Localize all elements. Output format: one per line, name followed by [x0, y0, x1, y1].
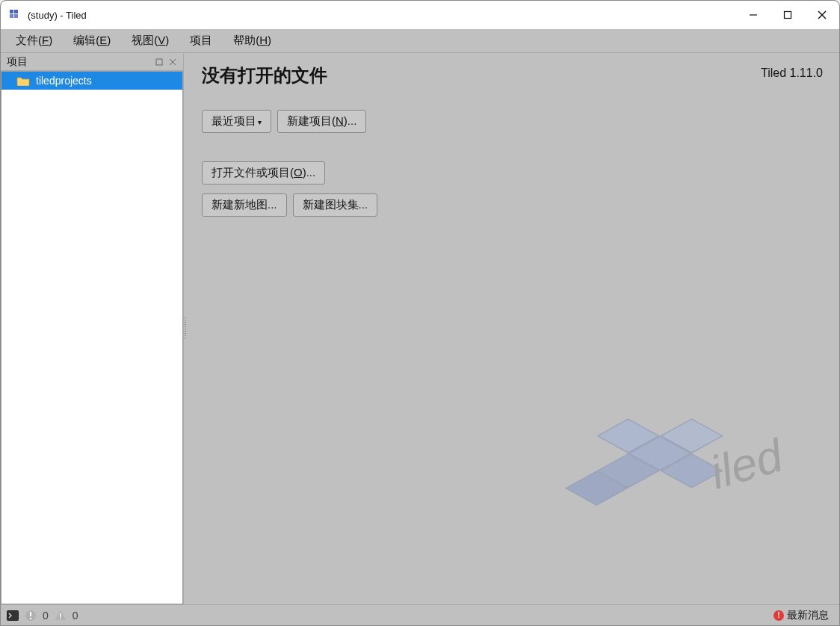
dropdown-arrow-icon: ▾: [258, 118, 262, 126]
page-title: 没有打开的文件: [202, 63, 824, 87]
svg-rect-11: [598, 419, 659, 453]
svg-rect-5: [785, 12, 791, 19]
svg-text:iled: iled: [705, 429, 790, 499]
new-project-button[interactable]: 新建项目(N)...: [277, 110, 366, 133]
open-file-or-project-button[interactable]: 打开文件或项目(O)...: [202, 161, 325, 185]
svg-rect-18: [7, 610, 19, 620]
maximize-button[interactable]: [770, 1, 805, 29]
svg-rect-23: [60, 618, 61, 619]
svg-rect-12: [629, 436, 691, 470]
menu-file[interactable]: 文件(F): [5, 31, 63, 51]
recent-projects-button[interactable]: 最近项目▾: [202, 110, 271, 133]
panel-close-icon[interactable]: [167, 56, 179, 68]
new-map-button[interactable]: 新建新地图...: [202, 193, 287, 217]
window-title: (study) - Tiled: [28, 10, 87, 21]
tree-item-label: tiledprojects: [36, 75, 92, 87]
svg-rect-21: [30, 618, 31, 619]
svg-rect-1: [14, 10, 18, 13]
welcome-page: 没有打开的文件 Tiled 1.11.0 最近项目▾ 新建项目(N)... 打开…: [187, 53, 839, 604]
menu-project[interactable]: 项目: [179, 31, 223, 51]
svg-rect-16: [566, 471, 627, 505]
minimize-button[interactable]: [736, 1, 770, 29]
version-label: Tiled 1.11.0: [761, 66, 823, 80]
menubar: 文件(F) 编辑(E) 视图(V) 项目 帮助(H): [1, 29, 839, 53]
menu-edit[interactable]: 编辑(E): [63, 31, 121, 51]
titlebar: (study) - Tiled: [1, 1, 839, 29]
project-panel: 项目 tiledprojects: [1, 53, 184, 604]
svg-rect-3: [10, 14, 13, 18]
statusbar: 0 0 ! 最新消息: [1, 604, 839, 625]
project-panel-header: 项目: [1, 53, 183, 71]
menu-help[interactable]: 帮助(H): [223, 31, 282, 51]
new-tileset-button[interactable]: 新建图块集...: [293, 193, 378, 217]
svg-rect-8: [156, 59, 162, 65]
close-button[interactable]: [805, 1, 839, 29]
svg-rect-15: [598, 454, 659, 488]
error-count: 0: [43, 610, 49, 622]
panel-float-icon[interactable]: [153, 56, 165, 68]
svg-rect-14: [661, 419, 722, 453]
menu-view[interactable]: 视图(V): [121, 31, 179, 51]
svg-rect-13: [661, 454, 722, 488]
tree-item-tiledprojects[interactable]: tiledprojects: [1, 72, 182, 90]
svg-rect-2: [14, 14, 18, 18]
project-panel-title: 项目: [7, 55, 152, 69]
news-label: 最新消息: [787, 609, 829, 622]
warning-icon[interactable]: [55, 610, 67, 622]
warning-count: 0: [72, 610, 78, 622]
tiled-app-icon: [8, 8, 22, 22]
svg-rect-0: [10, 10, 13, 13]
svg-rect-22: [60, 613, 61, 617]
project-tree[interactable]: tiledprojects: [1, 71, 183, 604]
error-icon[interactable]: [25, 610, 37, 622]
news-alert-icon: !: [773, 610, 784, 621]
news-button[interactable]: ! 最新消息: [769, 607, 833, 624]
svg-rect-20: [30, 612, 31, 616]
tiled-logo-watermark: iled: [540, 400, 824, 567]
console-icon[interactable]: [7, 610, 19, 622]
folder-icon: [16, 75, 30, 86]
